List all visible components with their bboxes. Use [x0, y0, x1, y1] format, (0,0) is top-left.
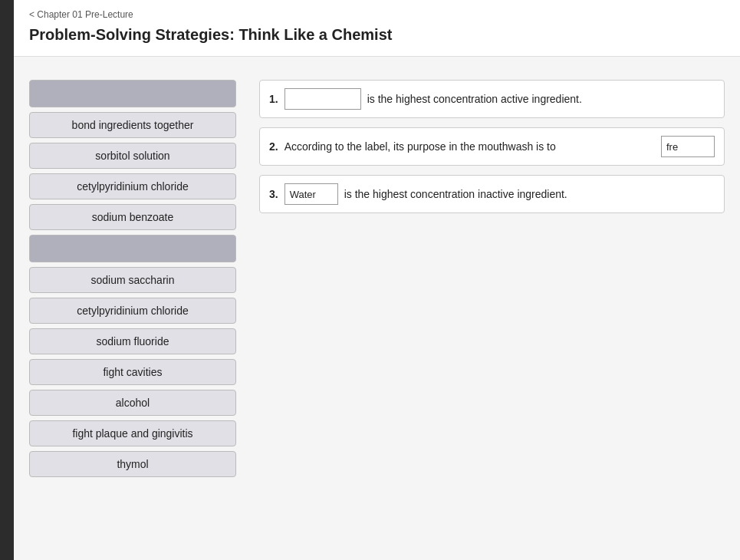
breadcrumb-link[interactable]: < Chapter 01 Pre-Lecture [29, 9, 133, 20]
drag-item-item-placeholder-1[interactable] [29, 80, 236, 107]
drag-item-item-sodium-saccharin[interactable]: sodium saccharin [29, 267, 236, 293]
drag-item-item-sodium-benzoate[interactable]: sodium benzoate [29, 204, 236, 230]
drag-item-item-alcohol[interactable]: alcohol [29, 390, 236, 416]
drag-item-item-cetyl-2[interactable]: cetylpyridinium chloride [29, 298, 236, 324]
drag-item-item-fight-cavities[interactable]: fight cavities [29, 359, 236, 385]
question-1-drop[interactable] [284, 88, 361, 110]
question-1-row: 1. is the highest concentration active i… [259, 80, 725, 118]
drag-item-item-bond[interactable]: bond ingredients together [29, 112, 236, 138]
drag-item-item-sorbitol[interactable]: sorbitol solution [29, 143, 236, 169]
question-2-text: According to the label, its purpose in t… [284, 140, 655, 153]
content-area: bond ingredients togethersorbitol soluti… [14, 57, 740, 492]
question-2-number: 2. [269, 140, 278, 153]
main-content: < Chapter 01 Pre-Lecture Problem-Solving… [14, 0, 740, 560]
question-3-text: is the highest concentration inactive in… [344, 188, 715, 200]
question-3-row: 3. Water is the highest concentration in… [259, 175, 725, 213]
question-3-drop[interactable]: Water [284, 183, 338, 205]
drag-item-item-fight-plaque[interactable]: fight plaque and gingivitis [29, 420, 236, 446]
header: < Chapter 01 Pre-Lecture Problem-Solving… [14, 0, 740, 57]
question-3-number: 3. [269, 188, 278, 200]
drag-item-item-cetyl-1[interactable]: cetylpyridinium chloride [29, 173, 236, 199]
question-2-row: 2. According to the label, its purpose i… [259, 127, 725, 166]
page-title: Problem-Solving Strategies: Think Like a… [29, 26, 725, 44]
question-1-number: 1. [269, 93, 278, 105]
question-2-drop[interactable]: fre [661, 136, 715, 157]
right-panel: 1. is the highest concentration active i… [259, 80, 725, 477]
drag-item-item-sodium-fluoride[interactable]: sodium fluoride [29, 328, 236, 354]
app-sidebar [0, 0, 14, 560]
question-1-text: is the highest concentration active ingr… [367, 93, 715, 105]
left-panel: bond ingredients togethersorbitol soluti… [29, 80, 236, 477]
drag-item-item-placeholder-2[interactable] [29, 235, 236, 262]
drag-item-item-thymol[interactable]: thymol [29, 451, 236, 477]
breadcrumb[interactable]: < Chapter 01 Pre-Lecture [29, 9, 725, 20]
